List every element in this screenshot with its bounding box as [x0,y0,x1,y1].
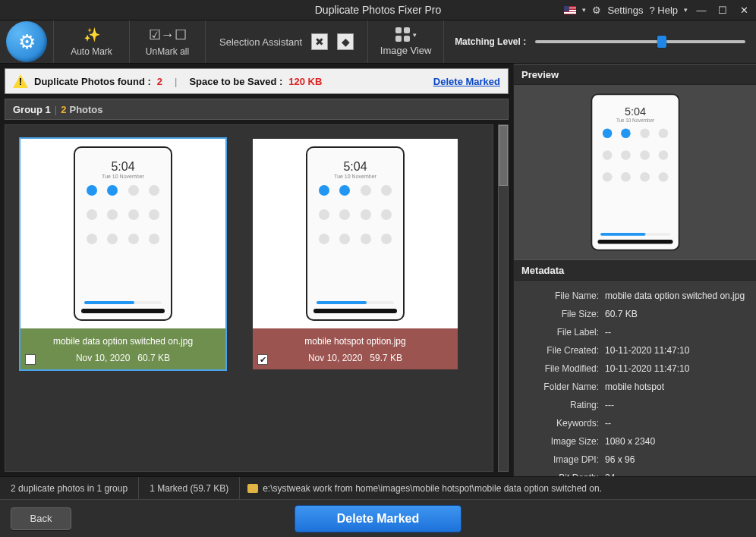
thumbnails-area: 5:04 Tue 10 November mobile data option … [5,124,493,472]
unmark-icon: ☑→☐ [149,27,187,43]
metadata-key: File Size: [521,309,605,319]
notice-bar: ! Duplicate Photos found : 2 | Space to … [5,68,509,94]
thumbnail-filename: mobile data option switched on.jpg [27,336,219,347]
group-label: Group 1 [13,104,51,115]
metadata-row: File Created:10-11-2020 11:47:10 [521,341,748,360]
metadata-value: 60.7 KB [605,309,748,319]
app-logo: ⚙ [0,20,53,63]
group-count: 2 [61,104,66,115]
auto-mark-label: Auto Mark [71,46,112,57]
space-label: Space to be Saved : [189,76,282,87]
unmark-all-button[interactable]: ☑→☐ UnMark all [129,20,205,63]
matching-level-slider[interactable] [535,35,745,49]
status-duplicates: 2 duplicate photos in 1 group [0,477,139,499]
metadata-value: -- [605,327,748,338]
close-button[interactable]: ✕ [736,2,751,17]
matching-level-label: Matching Level : [455,36,526,47]
bottom-bar: Back Delete Marked [0,499,756,537]
selection-assistant-label: Selection Assistant [219,36,302,48]
toolbar: ⚙ ✨ Auto Mark ☑→☐ UnMark all Selection A… [0,20,756,64]
group-header: Group 1 | 2 Photos [5,99,509,120]
metadata-row: File Modified:10-11-2020 11:47:10 [521,360,748,378]
delete-marked-label: Delete Marked [337,512,420,526]
metadata-row: Keywords:-- [521,414,748,432]
metadata-key: File Modified: [521,363,605,374]
thumbnail-meta: Nov 10, 2020 60.7 KB [27,353,219,363]
status-bar: 2 duplicate photos in 1 group 1 Marked (… [0,476,756,499]
thumbnail-meta: Nov 10, 2020 59.7 KB [259,353,452,363]
status-path: e:\systweak work from home\images\mobile… [263,483,602,494]
minimize-button[interactable]: — [694,2,709,17]
thumbnail-card[interactable]: 5:04 Tue 10 November mobile data option … [20,139,225,369]
thumbnail-image: 5:04 Tue 10 November [20,139,225,328]
titlebar: Duplicate Photos Fixer Pro ▾ ⚙ Settings … [0,0,756,20]
thumbnail-card[interactable]: 5:04 Tue 10 November mobile hotspot opti… [253,139,458,369]
mark-checkbox[interactable] [25,354,36,365]
metadata-row: Rating:--- [521,396,748,414]
metadata-value: --- [605,400,748,410]
wand-icon: ✨ [83,27,100,43]
logo-gear-icon: ⚙ [18,30,36,54]
metadata-row: Image Size:1080 x 2340 [521,432,748,451]
unmark-all-label: UnMark all [146,46,189,57]
metadata-key: Image DPI: [521,454,605,465]
settings-link[interactable]: Settings [607,5,643,16]
metadata-key: Keywords: [521,418,605,429]
metadata-pane: File Name:mobile data option switched on… [514,281,756,476]
back-button[interactable]: Back [11,507,71,530]
metadata-value: mobile data option switched on.jpg [605,290,748,301]
preview-header: Preview [514,64,756,85]
found-label: Duplicate Photos found : [34,76,151,87]
auto-mark-button[interactable]: ✨ Auto Mark [53,20,129,63]
metadata-value: 10-11-2020 11:47:10 [605,345,748,356]
app-title: Duplicate Photos Fixer Pro [315,4,442,16]
folder-icon [247,484,258,493]
metadata-key: File Created: [521,345,605,356]
metadata-row: Folder Name:mobile hotspot [521,378,748,396]
space-value: 120 KB [288,76,322,87]
metadata-key: Rating: [521,400,605,410]
mark-checkbox[interactable]: ✔ [257,354,268,365]
gear-icon[interactable]: ⚙ [592,5,601,16]
metadata-header: Metadata [514,259,756,281]
warning-icon: ! [13,74,28,88]
metadata-key: Folder Name: [521,382,605,392]
metadata-row: File Name:mobile data option switched on… [521,287,748,305]
metadata-value: mobile hotspot [605,382,748,392]
metadata-value: -- [605,418,748,429]
metadata-row: Image DPI:96 x 96 [521,451,748,469]
image-view-label: Image View [380,45,432,56]
group-photos-label: Photos [69,104,102,115]
metadata-key: Image Size: [521,436,605,447]
thumbnail-image: 5:04 Tue 10 November [253,139,458,328]
language-flag-icon[interactable] [564,6,576,14]
delete-marked-button[interactable]: Delete Marked [295,505,461,532]
maximize-button[interactable]: ☐ [715,2,730,17]
preview-pane: 5:04 Tue 10 November [514,85,756,259]
back-label: Back [30,513,52,524]
metadata-value: 96 x 96 [605,454,748,465]
select-assistant-clear-button[interactable]: ◆ [337,33,354,50]
image-view-button[interactable]: ▾ Image View [367,20,443,63]
delete-marked-link[interactable]: Delete Marked [433,76,500,87]
chevron-down-icon: ▾ [413,31,417,39]
vertical-scrollbar[interactable] [498,124,509,472]
help-link[interactable]: ? Help [649,5,678,16]
metadata-row: Bit Depth:24 [521,469,748,476]
metadata-key: File Name: [521,290,605,301]
chevron-down-icon[interactable]: ▾ [582,6,586,14]
status-marked: 1 Marked (59.7 KB) [139,477,240,499]
thumbnail-filename: mobile hotspot option.jpg [259,336,452,347]
metadata-value: 10-11-2020 11:47:10 [605,363,748,374]
metadata-row: File Size:60.7 KB [521,305,748,323]
metadata-row: File Label:-- [521,323,748,341]
chevron-down-icon[interactable]: ▾ [684,6,688,14]
preview-image: 5:04 Tue 10 November [591,94,679,251]
metadata-value: 1080 x 2340 [605,436,748,447]
metadata-key: File Label: [521,327,605,338]
found-count: 2 [157,76,162,87]
select-assistant-mark-button[interactable]: ✖ [311,33,328,50]
grid-icon [395,27,410,42]
